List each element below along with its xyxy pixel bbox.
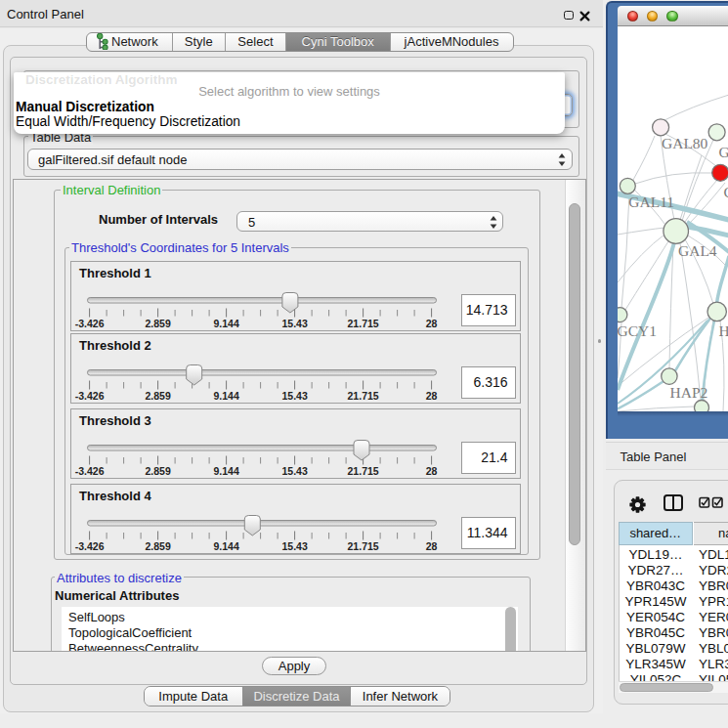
svg-text:2.859: 2.859 xyxy=(145,540,170,552)
svg-text:2.859: 2.859 xyxy=(145,390,170,402)
svg-text:21.715: 21.715 xyxy=(348,540,379,552)
svg-text:-3.426: -3.426 xyxy=(75,540,105,552)
svg-text:21.715: 21.715 xyxy=(348,465,379,477)
svg-text:9.144: 9.144 xyxy=(213,540,238,552)
svg-text:28: 28 xyxy=(426,465,438,477)
svg-text:28: 28 xyxy=(426,318,438,329)
svg-text:GAL11: GAL11 xyxy=(628,193,674,209)
svg-text:15.43: 15.43 xyxy=(281,465,307,477)
svg-text:9.144: 9.144 xyxy=(213,318,238,329)
svg-text:21.715: 21.715 xyxy=(348,318,379,329)
svg-text:9.144: 9.144 xyxy=(213,390,238,402)
svg-text:21.715: 21.715 xyxy=(348,390,379,402)
svg-text:GAL80: GAL80 xyxy=(662,134,708,150)
svg-text:9.144: 9.144 xyxy=(213,465,238,477)
svg-text:GAL4: GAL4 xyxy=(678,242,717,259)
svg-text:28: 28 xyxy=(426,390,438,402)
svg-text:-3.426: -3.426 xyxy=(75,390,105,402)
svg-text:H: H xyxy=(718,322,728,339)
svg-text:HAP2: HAP2 xyxy=(670,383,708,400)
svg-text:-3.426: -3.426 xyxy=(75,465,105,477)
svg-text:15.43: 15.43 xyxy=(281,540,307,552)
svg-text:GA: GA xyxy=(718,143,728,159)
svg-text:15.43: 15.43 xyxy=(281,318,307,329)
svg-text:15.43: 15.43 xyxy=(281,390,307,402)
svg-text:GCY1: GCY1 xyxy=(618,322,657,339)
svg-text:C: C xyxy=(724,184,728,200)
svg-text:-3.426: -3.426 xyxy=(75,318,105,329)
svg-text:2.859: 2.859 xyxy=(145,465,170,477)
svg-text:2.859: 2.859 xyxy=(145,318,170,329)
svg-text:28: 28 xyxy=(426,540,438,552)
